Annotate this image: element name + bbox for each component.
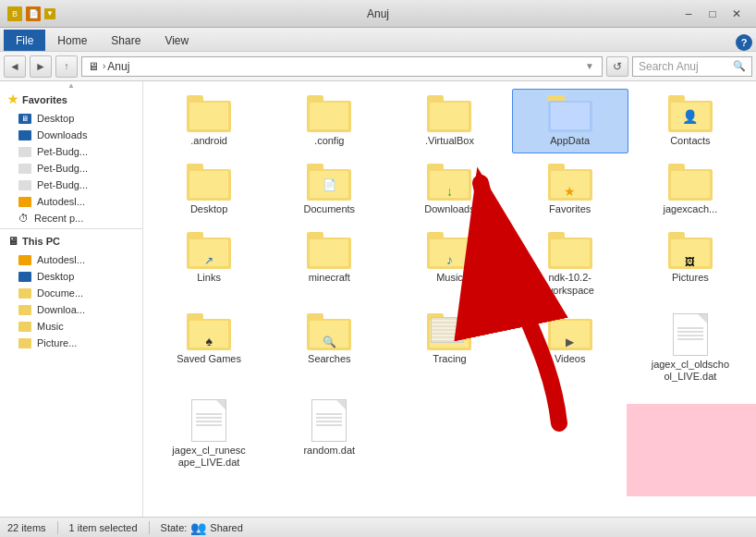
minimize-button[interactable]: – xyxy=(677,5,701,23)
address-path[interactable]: 🖥 › Anuj ▼ xyxy=(81,56,603,77)
close-button[interactable]: ✕ xyxy=(725,5,749,23)
music-icon xyxy=(18,322,31,332)
sidebar-desktop-label: Desktop xyxy=(37,113,74,124)
tab-file[interactable]: File xyxy=(4,30,45,51)
file-videos-label: Videos xyxy=(555,353,585,365)
sidebar-item-desktop2[interactable]: Desktop xyxy=(0,268,142,285)
folder-ndk-icon xyxy=(548,232,592,269)
item-count: 22 items xyxy=(7,522,46,533)
file-contacts[interactable]: 👤 Contacts xyxy=(632,89,749,153)
pictures-icon xyxy=(18,338,31,348)
autodesk2-icon xyxy=(18,255,31,265)
recent-icon: ⏱ xyxy=(18,213,29,224)
file-jagex2[interactable]: jagex_cl_runescape_LIVE.dat xyxy=(151,393,267,475)
address-bar: ◄ ► ↑ 🖥 › Anuj ▼ ↺ Search Anuj 🔍 xyxy=(0,52,756,81)
address-computer-icon: 🖥 xyxy=(88,60,99,73)
file-random[interactable]: random.dat xyxy=(271,393,387,475)
folder-links-icon xyxy=(187,232,231,269)
sidebar-item-recent[interactable]: ⏱ Recent p... xyxy=(0,210,142,226)
up-button[interactable]: ↑ xyxy=(55,55,78,78)
file-desktop-label: Desktop xyxy=(190,203,227,215)
file-jagex2-label: jagex_cl_runescape_LIVE.dat xyxy=(170,445,249,469)
folder-minecraft-icon xyxy=(307,232,351,269)
file-contacts-label: Contacts xyxy=(670,135,710,147)
refresh-button[interactable]: ↺ xyxy=(606,56,628,77)
sidebar-item-pictures[interactable]: Picture... xyxy=(0,335,142,351)
file-jagex1-icon xyxy=(673,313,708,356)
tab-home[interactable]: Home xyxy=(45,30,99,51)
file-config-label: .config xyxy=(314,135,344,147)
downloads-icon xyxy=(18,130,31,140)
file-music-label: Music xyxy=(436,272,463,284)
sidebar-item-pet2[interactable]: Pet-Budg... xyxy=(0,160,142,177)
file-downloads[interactable]: Downloads xyxy=(391,157,507,222)
search-placeholder: Search Anuj xyxy=(639,60,699,73)
address-path-text: Anuj xyxy=(107,60,129,73)
file-jagexcache-label: jagexcach... xyxy=(664,203,718,215)
forward-button[interactable]: ► xyxy=(30,55,52,78)
file-minecraft[interactable]: minecraft xyxy=(271,226,387,302)
file-config[interactable]: .config xyxy=(271,89,387,153)
maximize-button[interactable]: □ xyxy=(701,5,725,23)
sidebar-music-label: Music xyxy=(37,321,64,332)
file-downloads-label: Downloads xyxy=(424,203,474,215)
sidebar-item-autodesk1[interactable]: Autodesl... xyxy=(0,193,142,210)
sidebar-autodesk2-label: Autodesl... xyxy=(37,254,85,265)
status-bar: 22 items 1 item selected State: 👥 Shared xyxy=(0,517,756,537)
app-icon-1: B xyxy=(7,6,22,21)
file-random-icon xyxy=(311,399,347,442)
file-documents[interactable]: 📄 Documents xyxy=(271,157,387,222)
sidebar-item-documents[interactable]: Docume... xyxy=(0,285,142,301)
file-pictures[interactable]: Pictures xyxy=(632,226,749,302)
file-jagex1-label: jagex_cl_oldschool_LIVE.dat xyxy=(651,359,729,383)
sidebar-item-pet1[interactable]: Pet-Budg... xyxy=(0,143,142,160)
sidebar-item-music[interactable]: Music xyxy=(0,318,142,335)
sidebar: ▲ ★ Favorites 🖥 Desktop Downloads Pet-Bu… xyxy=(0,81,143,517)
file-jagex2-icon xyxy=(191,399,226,442)
file-minecraft-label: minecraft xyxy=(309,272,350,284)
back-button[interactable]: ◄ xyxy=(4,55,26,78)
title-controls: – □ ✕ xyxy=(677,5,749,23)
folder-pictures-icon xyxy=(668,232,713,269)
help-button[interactable]: ? xyxy=(736,34,752,51)
file-tracing[interactable]: Tracing xyxy=(391,307,507,389)
tab-view[interactable]: View xyxy=(152,30,201,51)
file-jagexcache[interactable]: jagexcach... xyxy=(632,157,749,222)
folder-config-icon xyxy=(307,95,351,132)
file-favorites-label: Favorites xyxy=(549,203,591,215)
sidebar-item-autodesk2[interactable]: Autodesl... xyxy=(0,251,142,268)
app-icon-3: ▼ xyxy=(44,8,55,19)
sidebar-item-desktop[interactable]: 🖥 Desktop xyxy=(0,110,142,127)
search-box[interactable]: Search Anuj 🔍 xyxy=(632,56,752,77)
folder-music-icon xyxy=(427,232,471,269)
sidebar-pet2-label: Pet-Budg... xyxy=(37,163,88,174)
file-virtualbox[interactable]: .VirtualBox xyxy=(391,89,507,153)
sidebar-desktop2-label: Desktop xyxy=(37,271,74,282)
file-jagex1[interactable]: jagex_cl_oldschool_LIVE.dat xyxy=(632,307,749,389)
file-links[interactable]: Links xyxy=(151,226,267,302)
file-desktop[interactable]: Desktop xyxy=(151,157,267,222)
sidebar-item-pet3[interactable]: Pet-Budg... xyxy=(0,177,142,193)
search-icon: 🔍 xyxy=(733,60,746,72)
sidebar-divider-1 xyxy=(0,228,142,229)
sidebar-pet3-label: Pet-Budg... xyxy=(37,179,88,190)
sidebar-item-downloads2[interactable]: Downloa... xyxy=(0,301,142,318)
file-random-label: random.dat xyxy=(303,445,355,457)
sidebar-favorites-header: ★ Favorites xyxy=(0,89,142,110)
file-searches-label: Searches xyxy=(308,353,350,365)
file-searches[interactable]: Searches xyxy=(271,307,387,389)
file-android[interactable]: .android xyxy=(151,89,267,153)
file-favorites[interactable]: Favorites xyxy=(512,157,628,222)
file-ndk[interactable]: ndk-10.2-workspace xyxy=(512,226,628,302)
file-appdata[interactable]: AppData xyxy=(512,89,628,153)
favorites-label: Favorites xyxy=(22,94,67,105)
sidebar-recent-label: Recent p... xyxy=(34,213,83,224)
file-tracing-label: Tracing xyxy=(433,353,466,365)
sidebar-item-downloads[interactable]: Downloads xyxy=(0,127,142,143)
file-videos[interactable]: Videos xyxy=(512,307,628,389)
tab-share[interactable]: Share xyxy=(99,30,152,51)
file-music[interactable]: Music xyxy=(391,226,507,302)
folder-appdata-icon xyxy=(548,95,592,132)
status-divider-2 xyxy=(149,521,150,534)
file-savedgames[interactable]: Saved Games xyxy=(151,307,267,389)
